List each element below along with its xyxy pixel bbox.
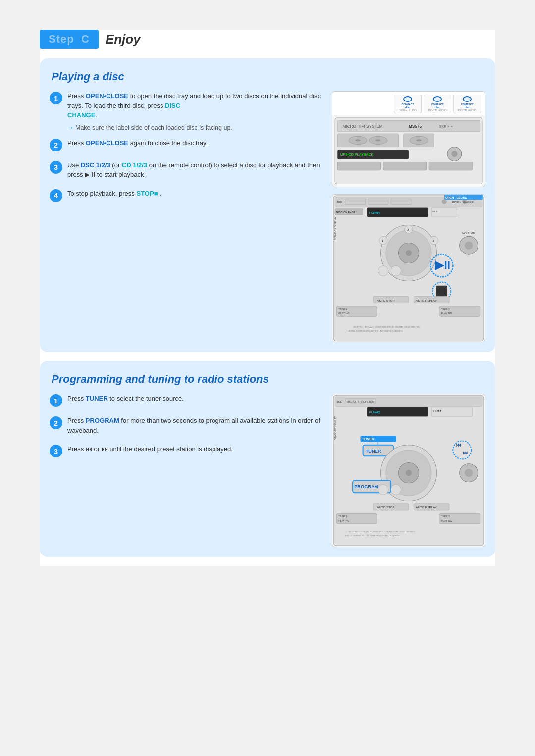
svg-rect-18 <box>383 162 427 170</box>
programming-title: Programming and tuning to radio stations <box>50 373 485 386</box>
prog-text-1: Press TUNER to select the tuner source. <box>67 394 322 403</box>
svg-text:TUNER: TUNER <box>366 449 381 454</box>
svg-text:FUNAI◎: FUNAI◎ <box>369 211 380 214</box>
step-num-1: 1 <box>50 92 62 104</box>
svg-text:TUNER: TUNER <box>362 438 375 442</box>
stop-label: STOP■ <box>136 190 158 197</box>
stereo-top-svg: MICRO HIFI SYSTEM MS575 SKR ≡ ≡ <box>332 115 485 187</box>
svg-text:3CD: 3CD <box>336 200 343 203</box>
svg-text:AUTO STOP: AUTO STOP <box>377 505 394 509</box>
svg-text:PROGRAM: PROGRAM <box>354 484 378 489</box>
svg-text:DOLBY NR • DYNAMIC NOISE REDUC: DOLBY NR • DYNAMIC NOISE REDUCTION • DIG… <box>348 531 416 533</box>
svg-text:1: 1 <box>382 239 384 242</box>
step-num-4: 4 <box>50 189 62 202</box>
playing-step-4: 4 To stop playback, press STOP■ . <box>50 189 322 202</box>
playing-step-3: 3 Use DSC 1/2/3 (or CD 1/2/3 on the remo… <box>50 160 322 180</box>
svg-rect-54 <box>436 285 447 297</box>
svg-text:PLAYING: PLAYING <box>441 519 452 522</box>
prog-text-2: Press PROGRAM for more than two seconds … <box>67 416 322 435</box>
stereo-front-svg: 3CD OPEN · CLOSE OPEN · CLOSE DISC CHANG… <box>332 195 485 342</box>
device-column-programming: 3CD MICRO HIFI SYSTEM FUNAI◎ ≡ ≡ ■ ■ STA… <box>332 394 485 547</box>
svg-rect-25 <box>391 199 411 204</box>
tuner-label: TUNER <box>86 395 108 402</box>
svg-text:2: 2 <box>407 228 409 231</box>
svg-point-96 <box>391 485 401 495</box>
svg-text:▶II: ▶II <box>435 259 450 271</box>
program-label: PROGRAM <box>86 417 119 424</box>
svg-text:DOLBY NR • DYNAMIC NOISE REDUC: DOLBY NR • DYNAMIC NOISE REDUCTION • DIG… <box>353 326 421 328</box>
svg-text:3CD: 3CD <box>336 400 343 403</box>
svg-rect-17 <box>337 162 380 170</box>
svg-point-55 <box>378 265 388 276</box>
svg-text:PLAYING: PLAYING <box>441 312 452 315</box>
svg-text:VOLUME: VOLUME <box>462 231 475 235</box>
svg-point-95 <box>378 485 388 495</box>
prog-num-3: 3 <box>50 445 62 457</box>
svg-point-26 <box>442 199 447 204</box>
disc-icon-1 <box>403 96 412 102</box>
svg-text:OPEN · CLOSE: OPEN · CLOSE <box>445 196 467 199</box>
svg-point-87 <box>406 470 412 476</box>
prog-text-3: Press ⏮ or ⏭ until the desired preset st… <box>67 444 322 454</box>
svg-point-94 <box>465 469 473 477</box>
svg-text:TAPE 2: TAPE 2 <box>441 308 450 311</box>
cd-label: CD 1/2/3 <box>122 161 147 169</box>
programming-section: Programming and tuning to radio stations… <box>40 361 495 557</box>
svg-text:MICRO HIFI SYSTEM: MICRO HIFI SYSTEM <box>347 401 374 403</box>
disc-icon-2 <box>433 96 442 102</box>
svg-point-49 <box>465 241 473 249</box>
svg-text:PLAYING: PLAYING <box>338 312 349 315</box>
playing-disc-title: Playing a disc <box>50 70 485 83</box>
svg-text:STAND·BY DISPLAY: STAND·BY DISPLAY <box>334 216 337 240</box>
page: Step C Enjoy Playing a disc 1 Press OPEN… <box>40 30 495 566</box>
svg-text:DIGITAL SURROUND COUNTER • AUT: DIGITAL SURROUND COUNTER • AUTOMATIC SCA… <box>345 535 401 537</box>
svg-text:AUTO REPLAY: AUTO REPLAY <box>416 298 436 302</box>
step-text-4: To stop playback, press STOP■ . <box>67 189 322 199</box>
stereo-radio-illustration: 3CD MICRO HIFI SYSTEM FUNAI◎ ≡ ≡ ■ ■ STA… <box>332 394 485 547</box>
svg-text:⏭: ⏭ <box>463 450 468 456</box>
prog-num-1: 1 <box>50 394 62 407</box>
playing-step-2: 2 Press OPEN•CLOSE again to close the di… <box>50 138 322 151</box>
disc-change-label: DISCCHANGE <box>67 102 180 119</box>
svg-text:FUNAI◎: FUNAI◎ <box>369 410 380 414</box>
playing-disc-section: Playing a disc 1 Press OPEN•CLOSE to ope… <box>40 58 495 352</box>
step-text-2: Press OPEN•CLOSE again to close the disc… <box>67 138 322 148</box>
step-text-3: Use DSC 1/2/3 (or CD 1/2/3 on the remote… <box>67 160 322 180</box>
svg-text:DIGITAL SURROUND COUNTER • AUT: DIGITAL SURROUND COUNTER • AUTOMATIC SCA… <box>348 330 403 332</box>
dsc-label: DSC 1/2/3 <box>81 161 110 169</box>
step-letter: C <box>81 33 90 45</box>
playing-disc-steps: 1 Press OPEN•CLOSE to open the disc tray… <box>50 91 322 342</box>
disc-logo-3: COMPACTdiscDIGITAL AUDIO <box>453 95 481 113</box>
svg-text:STAND·BY DISPLAY: STAND·BY DISPLAY <box>334 416 337 440</box>
svg-text:TAPE 2: TAPE 2 <box>441 515 450 518</box>
disc-logo-2: COMPACTdiscDIGITAL AUDIO <box>424 95 451 113</box>
step-header: Step C Enjoy <box>40 30 495 49</box>
playing-disc-content: 1 Press OPEN•CLOSE to open the disc tray… <box>50 91 485 342</box>
svg-text:⏮: ⏮ <box>456 442 461 448</box>
prog-step-3: 3 Press ⏮ or ⏭ until the desired preset … <box>50 444 322 457</box>
step-num-2: 2 <box>50 139 62 151</box>
device-column-playing: COMPACTdiscDIGITAL AUDIO COMPACTdiscDIGI… <box>332 91 485 342</box>
stereo-front-illustration: 3CD OPEN · CLOSE OPEN · CLOSE DISC CHANG… <box>332 194 485 343</box>
svg-text:TAPE 1: TAPE 1 <box>338 515 347 518</box>
svg-text:3: 3 <box>432 239 434 242</box>
svg-text:MICRO HIFI SYSTEM: MICRO HIFI SYSTEM <box>343 124 383 129</box>
disc-logo-1: COMPACTdiscDIGITAL AUDIO <box>394 95 422 113</box>
svg-rect-5 <box>337 134 398 147</box>
svg-text:AUTO STOP: AUTO STOP <box>377 298 394 302</box>
svg-text:TAPE 1: TAPE 1 <box>338 308 347 311</box>
disc-icon-3 <box>463 96 472 102</box>
stereo-radio-svg: 3CD MICRO HIFI SYSTEM FUNAI◎ ≡ ≡ ■ ■ STA… <box>332 394 485 547</box>
svg-text:DISC CHANGE: DISC CHANGE <box>336 211 356 214</box>
prog-step-2: 2 Press PROGRAM for more than two second… <box>50 416 322 435</box>
disc-logos-row: COMPACTdiscDIGITAL AUDIO COMPACTdiscDIGI… <box>332 92 485 115</box>
step-title: Enjoy <box>106 32 141 47</box>
svg-text:SKR ≡ ≡: SKR ≡ ≡ <box>439 125 453 129</box>
playing-step-1: 1 Press OPEN•CLOSE to open the disc tray… <box>50 91 322 120</box>
svg-point-16 <box>451 151 457 157</box>
svg-rect-24 <box>368 199 388 204</box>
step-num-3: 3 <box>50 161 62 174</box>
programming-steps: 1 Press TUNER to select the tuner source… <box>50 394 322 547</box>
disc-note: Make sure the label side of each loaded … <box>67 124 322 131</box>
svg-point-41 <box>406 250 412 256</box>
